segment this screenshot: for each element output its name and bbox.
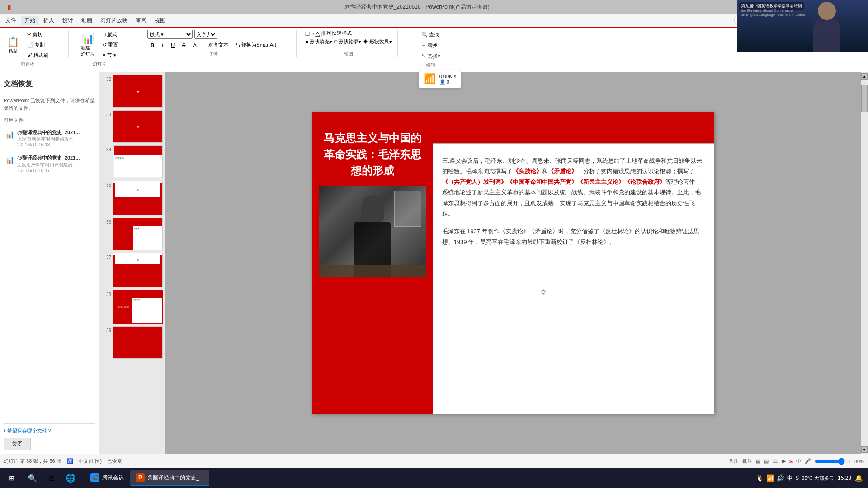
menu-home[interactable]: 开始 <box>21 16 39 25</box>
shape-triangle[interactable]: △ <box>315 30 320 37</box>
layout-button[interactable]: □ 版式 <box>99 30 121 39</box>
font-family-select[interactable]: 版式 ▾ <box>147 30 193 39</box>
menu-review[interactable]: 审阅 <box>132 16 150 25</box>
section-button[interactable]: ≡ 节 ▾ <box>99 51 121 60</box>
scroll-thumb[interactable] <box>861 85 868 112</box>
menu-insert[interactable]: 插入 <box>40 16 58 25</box>
align-text-button[interactable]: ≡ 对齐文本 <box>201 40 231 50</box>
menu-animation[interactable]: 动画 <box>78 16 96 25</box>
slide-item-32[interactable]: 32 ★ <box>99 74 165 108</box>
wifi-taskbar-icon[interactable]: 📶 <box>766 474 774 482</box>
font-size-select[interactable]: 文字方向 <box>194 30 217 39</box>
keyboard-icon[interactable]: 中 <box>787 474 793 482</box>
comments-button[interactable]: 批注 <box>742 458 752 465</box>
shape-rect[interactable]: □ <box>306 30 309 37</box>
file-item-1[interactable]: 📊 @翻译经典中的党史_2021... 上次用户保存'时用户创建的... 202… <box>4 152 95 175</box>
cut-button[interactable]: ✂ 剪切 <box>24 30 52 39</box>
slide-item-37[interactable]: 37 ★ <box>99 252 165 288</box>
link-shijian[interactable]: 《实践论》 <box>513 168 542 174</box>
start-button[interactable]: ⊞ <box>2 468 22 488</box>
tencent-meeting-icon: 📹 <box>90 473 99 482</box>
search-taskbar-icon[interactable]: 🔍 <box>24 469 42 487</box>
shape-effects-button[interactable]: ◈ 形状效果▾ <box>363 38 392 45</box>
new-slide-button[interactable]: 📊 新建幻灯片 <box>78 31 98 60</box>
select-button[interactable]: ↖ 选择▾ <box>418 52 443 61</box>
menu-slideshow[interactable]: 幻灯片放映 <box>97 16 131 25</box>
taskview-icon[interactable]: ⊟ <box>42 469 61 487</box>
format-painter-button[interactable]: 🖌 格式刷 <box>24 51 52 60</box>
copy-button[interactable]: 📄 复制 <box>24 40 52 50</box>
shape-circle[interactable]: ○ <box>310 30 314 37</box>
scroll-track[interactable] <box>861 80 868 446</box>
tencent-meeting-app[interactable]: 📹 腾讯会议 <box>85 470 129 486</box>
strikethrough-button[interactable]: S <box>179 41 189 49</box>
scroll-up-button[interactable]: ▲ <box>861 73 868 80</box>
taskbar-pinned-icons: 🔍 ⊟ 🌐 <box>24 469 80 487</box>
help-text: 希望保存哪个文件？ <box>7 427 52 434</box>
file-name-1: @翻译经典中的党史_2021... <box>17 155 94 161</box>
editing-title: 编辑 <box>426 61 435 68</box>
view-slideshow-icon[interactable]: ▶ <box>782 458 786 464</box>
spellcheck-icon[interactable]: S <box>789 459 793 464</box>
replace-button[interactable]: ↔ 替换 <box>418 41 443 50</box>
notes-button[interactable]: 备注 <box>729 458 739 465</box>
slide-thumb-36: 内容★ <box>113 218 163 250</box>
font-color-button[interactable]: A <box>190 41 199 49</box>
link-fadulin[interactable]: 《反杜林论》 <box>599 228 635 235</box>
reset-button[interactable]: ↺ 重置 <box>99 40 121 50</box>
view-normal-icon[interactable]: ▦ <box>756 458 760 464</box>
zoom-slider[interactable] <box>815 458 851 465</box>
slide-number-32: 32 <box>101 75 111 82</box>
underline-button[interactable]: U <box>168 41 178 49</box>
weather-info: 25°C 大部多云 <box>802 475 834 482</box>
paste-button[interactable]: 📋 粘贴 <box>4 34 22 56</box>
file-icon-1: 📊 <box>5 155 14 164</box>
shape-fill-button[interactable]: ■ 形状填充▾ <box>306 38 333 45</box>
menu-view[interactable]: 视图 <box>151 16 169 25</box>
clock[interactable]: 15:23 <box>838 475 851 481</box>
menu-file[interactable]: 文件 <box>2 16 20 25</box>
powerpoint-icon: P <box>136 473 145 482</box>
help-icon: ℹ <box>4 428 5 434</box>
shape-outline-button[interactable]: □ 形状轮廓▾ <box>334 38 361 45</box>
find-button[interactable]: 🔍 查找 <box>418 30 443 39</box>
convert-smartart-button[interactable]: ⇆ 转换为SmartArt <box>233 40 279 50</box>
powerpoint-label: @翻译经典中的党史_... <box>147 474 204 482</box>
slide-thumbnail-panel: 32 ★ 33 ★ 34 内容文本 <box>99 72 165 454</box>
slide-container[interactable]: 马克思主义与中国的革命实践：毛泽东思想的形成 <box>312 112 714 414</box>
scroll-down-button[interactable]: ▼ <box>861 446 868 453</box>
cursor-indicator <box>540 288 547 296</box>
slide-item-38[interactable]: 38 毛泽东思想 内容文字 <box>99 289 165 324</box>
powerpoint-app[interactable]: P @翻译经典中的党史_... <box>130 470 209 486</box>
slide-number-35: 35 <box>101 181 111 188</box>
ime-icon[interactable]: 中 <box>796 458 801 465</box>
close-recovery-button[interactable]: 关闭 <box>4 438 31 450</box>
slide-item-36[interactable]: 36 内容★ <box>99 217 165 251</box>
link-maodun[interactable]: 《矛盾论》 <box>548 168 577 174</box>
ribbon-group-font: 版式 ▾ 文字方向 B I U S A ≡ 对齐文本 ⇆ 转换为SmartArt… <box>147 30 285 57</box>
spellcheck-taskbar-icon[interactable]: S <box>795 475 799 481</box>
quick-styles-button[interactable]: 快速样式 <box>332 30 352 37</box>
menu-design[interactable]: 设计 <box>59 16 77 25</box>
link-fakan[interactable]: 《（共产党人）发刊词》《中国革命和中国共产党》《新民主主义论》《论联合政府》 <box>442 178 665 185</box>
slide-scrollbar: ▲ ▼ <box>861 72 868 454</box>
slide-thumb-38: 毛泽东思想 内容文字 <box>113 290 163 324</box>
mic-icon[interactable]: 🎤 <box>805 458 811 464</box>
slide-photo <box>319 186 426 277</box>
network-speed: 0.00K/s <box>439 74 456 79</box>
file-detail-1: 上次用户保存'时用户创建的... <box>17 162 94 168</box>
slide-item-34[interactable]: 34 内容文本 <box>99 145 165 179</box>
notification-icon[interactable]: 🔔 <box>855 474 863 482</box>
slide-item-35[interactable]: 35 ★ <box>99 180 165 216</box>
file-item-0[interactable]: 📊 @翻译经典中的党史_2021... 上次'自动保存'时创建的版本 2021/… <box>4 127 95 150</box>
slide-item-39[interactable]: 39 <box>99 325 165 360</box>
view-reader-icon[interactable]: 📖 <box>772 458 778 464</box>
slide-item-33[interactable]: 33 ★ <box>99 109 165 144</box>
view-slide-icon[interactable]: ▤ <box>764 458 769 464</box>
volume-icon[interactable]: 🔊 <box>777 474 784 482</box>
arrange-button[interactable]: 排列 <box>321 30 331 37</box>
italic-button[interactable]: I <box>159 41 166 49</box>
help-link[interactable]: ℹ 希望保存哪个文件？ <box>4 427 95 434</box>
bold-button[interactable]: B <box>147 41 157 49</box>
edge-icon[interactable]: 🌐 <box>61 469 80 487</box>
